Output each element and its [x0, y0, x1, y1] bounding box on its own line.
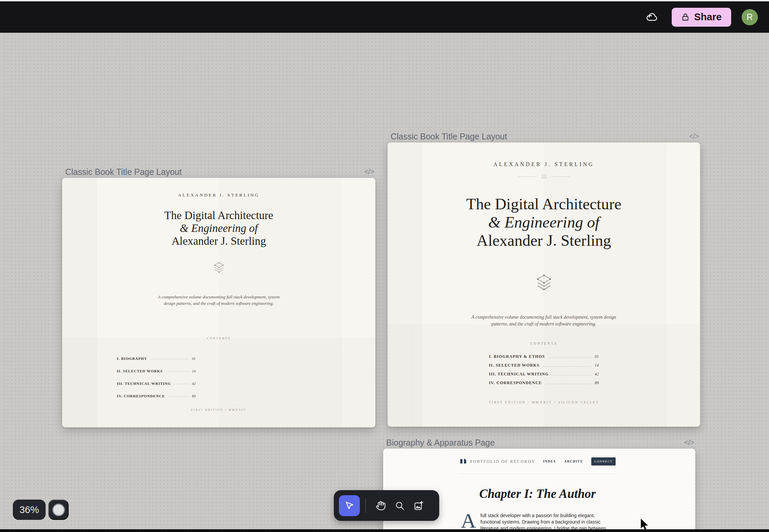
share-button[interactable]: Share [672, 8, 731, 27]
board2-title-line3: Alexander J. Sterling [388, 231, 700, 249]
toc-row: II. SELECTED WORKS 14 [117, 366, 196, 373]
toc-page-number: 14 [192, 369, 196, 373]
toc-row: IV. CORRESPONDENCE 89 [117, 391, 196, 398]
toc-page-number: 89 [192, 394, 196, 398]
nav-item-index[interactable]: INDEX [543, 460, 556, 463]
canvas-toolbar [334, 490, 439, 521]
toc-page-number: 01 [595, 354, 599, 359]
color-theme-button[interactable] [48, 500, 69, 520]
mouse-cursor [640, 518, 650, 529]
image-add-icon [414, 501, 424, 511]
board3-code-icon[interactable]: </> [684, 438, 694, 447]
board2-contents-heading: CONTENTS [388, 342, 700, 345]
board1-code-icon[interactable]: </> [364, 167, 374, 176]
select-tool-button[interactable] [339, 495, 360, 516]
board2-title-line2: & Engineering of [388, 213, 700, 231]
board2-colophon: FIRST EDITION • MMXXIV • SILICON VALLEY [489, 399, 634, 405]
toc-label: III. TECHNICAL WRITING [489, 372, 549, 377]
board2-toc: I. BIOGRAPHY & ETHOS 01 II. SELECTED WOR… [489, 353, 599, 385]
lock-icon [681, 13, 690, 21]
avatar-initial: R [747, 12, 753, 22]
board1-title-line3: Alexander J. Sterling [62, 235, 375, 247]
board1-artboard[interactable]: ALEXANDER J. STERLING The Digital Archit… [62, 178, 375, 427]
user-avatar[interactable]: R [742, 9, 758, 25]
toc-leader-line [166, 371, 189, 372]
board2-description: A comprehensive volume documenting full … [469, 314, 619, 327]
board2-artboard[interactable]: ALEXANDER J. STERLING The Digital Archit… [388, 142, 700, 427]
dropcap-letter: A [461, 511, 476, 529]
hand-tool-button[interactable] [373, 495, 389, 516]
toc-row: I. BIOGRAPHY & ETHOS 01 [489, 353, 599, 359]
toc-leader-line [543, 366, 592, 367]
nav-item-archive[interactable]: ARCHIVE [564, 460, 583, 463]
bio-brand-label: PORTFOLIO OF RECORDS [470, 459, 535, 464]
board1-title-line1: The Digital Architecture [62, 209, 375, 222]
board1-contents-heading: CONTENTS [62, 337, 375, 340]
board1-label[interactable]: Classic Book Title Page Layout [65, 167, 182, 177]
bio-nav: INDEX ARCHIVE CONNECT [543, 457, 616, 466]
bio-brand[interactable]: PORTFOLIO OF RECORDS [460, 458, 535, 465]
design-app-window: Share R Classic Book Title Page Layout <… [0, 0, 769, 532]
board3-label[interactable]: Biography & Apparatus Page [386, 438, 495, 448]
toc-leader-line [174, 384, 189, 384]
layers-ornament-icon [62, 261, 375, 276]
toc-leader-line [168, 396, 189, 397]
board1-title-line2: & Engineering of [62, 222, 375, 235]
zoom-level-value: 36% [19, 504, 39, 515]
toc-page-number: 89 [595, 380, 599, 385]
cursor-arrow-icon [344, 501, 354, 511]
zoom-tool-button[interactable] [392, 495, 407, 516]
board2-label[interactable]: Classic Book Title Page Layout [391, 132, 507, 141]
chapter-paragraph: A full stack developer with a passion fo… [461, 511, 614, 529]
toc-leader-line [150, 359, 189, 359]
toc-row: I. BIOGRAPHY 01 [117, 354, 196, 361]
board2-author: ALEXANDER J. STERLING [388, 161, 700, 167]
toc-page-number: 14 [595, 363, 599, 368]
board1-colophon: FIRST EDITION • MMXXIV [62, 408, 375, 411]
title-ornament [388, 175, 700, 179]
board1-description: A comprehensive volume documenting full … [158, 294, 280, 307]
layers-ornament-icon [388, 273, 700, 294]
image-placeholder-icon [542, 175, 546, 179]
connect-button[interactable]: CONNECT [591, 457, 616, 466]
cloud-icon [646, 11, 658, 23]
board2-title: The Digital Architecture & Engineering o… [388, 195, 700, 249]
toc-leader-line [552, 375, 592, 375]
board1-author: ALEXANDER J. STERLING [62, 192, 375, 198]
insert-image-button[interactable] [411, 495, 426, 516]
board3-label-row: Biography & Apparatus Page </> [383, 437, 695, 448]
sync-status[interactable] [646, 11, 658, 23]
toc-label: IV. CORRESPONDENCE [489, 380, 542, 385]
bio-site-header: PORTFOLIO OF RECORDS INDEX ARCHIVE CONNE… [460, 457, 616, 466]
board2-label-row: Classic Book Title Page Layout </> [388, 131, 700, 142]
window-bottom-edge [0, 529, 769, 532]
design-canvas[interactable]: Classic Book Title Page Layout </> ALEXA… [2, 33, 769, 529]
toc-leader-line [545, 384, 592, 384]
toc-label: I. BIOGRAPHY [117, 356, 147, 361]
chapter-body-text: full stack developer with a passion for … [480, 511, 614, 529]
toc-row: III. TECHNICAL WRITING 42 [117, 379, 196, 385]
board2-title-line1: The Digital Architecture [388, 195, 700, 213]
board1-label-row: Classic Book Title Page Layout </> [62, 166, 375, 178]
toc-leader-line [548, 357, 592, 358]
toc-row: II. SELECTED WORKS 14 [489, 362, 599, 368]
search-icon [395, 501, 405, 511]
ornament-line [551, 177, 571, 177]
toc-label: III. TECHNICAL WRITING [117, 381, 171, 385]
board1-title: The Digital Architecture & Engineering o… [62, 209, 375, 247]
toc-label: II. SELECTED WORKS [489, 363, 540, 368]
toc-label: II. SELECTED WORKS [117, 369, 163, 373]
toc-row: III. TECHNICAL WRITING 42 [489, 371, 599, 377]
book-icon [460, 458, 467, 465]
toc-row: IV. CORRESPONDENCE 89 [489, 379, 599, 385]
toc-page-number: 42 [595, 372, 599, 377]
toolbar-divider [365, 499, 366, 513]
toc-page-number: 01 [192, 356, 196, 361]
board1-toc: I. BIOGRAPHY 01 II. SELECTED WORKS 14 II… [117, 354, 196, 398]
toc-label: IV. CORRESPONDENCE [117, 394, 165, 398]
zoom-level-badge[interactable]: 36% [13, 500, 46, 520]
board2-code-icon[interactable]: </> [689, 132, 699, 141]
theme-circle-icon [52, 504, 65, 516]
toc-page-number: 42 [192, 381, 196, 385]
hand-icon [376, 501, 386, 511]
